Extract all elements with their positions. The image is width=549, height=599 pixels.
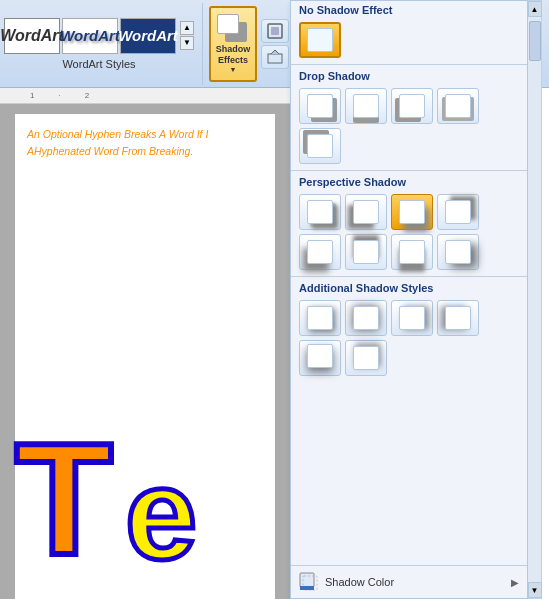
- perspective-shadow-item-4[interactable]: [437, 194, 479, 230]
- drop-shadow-item-2[interactable]: [345, 88, 387, 124]
- add-preview-5: [307, 344, 333, 368]
- svg-rect-15: [300, 573, 314, 587]
- wordart-display: T e: [10, 379, 250, 579]
- drop-shadow-preview-1: [307, 94, 333, 118]
- additional-shadow-grid: [291, 297, 527, 379]
- wordart-sample-1[interactable]: WordArt: [4, 18, 60, 54]
- drop-shadow-preview-4: [445, 94, 471, 118]
- drop-shadow-preview-3: [399, 94, 425, 118]
- persp-preview-6: [353, 240, 379, 264]
- persp-preview-7: [399, 240, 425, 264]
- add-shadow-item-1[interactable]: [299, 300, 341, 336]
- drop-shadow-item-3[interactable]: [391, 88, 433, 124]
- drop-shadow-preview-2: [353, 94, 379, 118]
- persp-preview-3: [399, 200, 425, 224]
- no-shadow-preview: [307, 28, 333, 52]
- wordart-scroll-down[interactable]: ▼: [180, 36, 194, 50]
- persp-preview-2: [353, 200, 379, 224]
- svg-rect-1: [271, 27, 279, 35]
- panel-content: No Shadow Effect Drop Shadow: [290, 0, 528, 599]
- add-shadow-item-5[interactable]: [299, 340, 341, 376]
- shadow-effects-panel: No Shadow Effect Drop Shadow: [290, 0, 542, 599]
- shadow-color-label: Shadow Color: [325, 576, 511, 588]
- shadow-effects-button[interactable]: ShadowEffects ▼: [209, 6, 257, 82]
- perspective-shadow-item-2[interactable]: [345, 194, 387, 230]
- shadow-effects-label: ShadowEffects: [216, 44, 251, 66]
- add-preview-1: [307, 306, 333, 330]
- drop-shadow-item-5[interactable]: [299, 128, 341, 164]
- ruler: 1 · 2: [0, 88, 293, 104]
- ribbon-btn-1[interactable]: [261, 19, 289, 43]
- persp-preview-1: [307, 200, 333, 224]
- drop-shadow-item-1[interactable]: [299, 88, 341, 124]
- panel-scrollbar: ▲ ▼: [528, 0, 542, 599]
- ribbon-icon-1: [266, 22, 284, 40]
- wordart-char-T: T: [15, 419, 113, 579]
- wordart-styles-group: WordArt WordArt WordArt ▲ ▼ WordArt Styl…: [4, 3, 203, 85]
- perspective-shadow-item-6[interactable]: [345, 234, 387, 270]
- shadow-color-row[interactable]: Shadow Color ▶: [291, 565, 527, 598]
- drop-shadow-title: Drop Shadow: [291, 65, 527, 85]
- shadow-color-arrow-icon: ▶: [511, 577, 519, 588]
- add-shadow-item-6[interactable]: [345, 340, 387, 376]
- add-shadow-item-2[interactable]: [345, 300, 387, 336]
- drop-shadow-preview-5: [307, 134, 333, 158]
- perspective-shadow-item-8[interactable]: [437, 234, 479, 270]
- add-shadow-item-4[interactable]: [437, 300, 479, 336]
- add-preview-2: [353, 306, 379, 330]
- shadow-effects-icon: [217, 14, 249, 42]
- perspective-shadow-item-7[interactable]: [391, 234, 433, 270]
- add-preview-3: [399, 306, 425, 330]
- ribbon-icon-4: [266, 48, 284, 66]
- drop-shadow-item-4[interactable]: [437, 88, 479, 124]
- wordart-styles-label: WordArt Styles: [62, 58, 135, 70]
- additional-shadow-title: Additional Shadow Styles: [291, 277, 527, 297]
- shadow-color-icon: [299, 572, 319, 592]
- ribbon-btn-4[interactable]: [261, 45, 289, 69]
- scrollbar-up-button[interactable]: ▲: [528, 1, 542, 17]
- add-shadow-item-3[interactable]: [391, 300, 433, 336]
- perspective-shadow-item-1[interactable]: [299, 194, 341, 230]
- no-shadow-title: No Shadow Effect: [291, 1, 527, 19]
- perspective-shadow-title: Perspective Shadow: [291, 171, 527, 191]
- perspective-shadow-grid: [291, 191, 527, 277]
- drop-shadow-grid: [291, 85, 527, 171]
- persp-preview-8: [445, 240, 471, 264]
- doc-line-1: An Optional Hyphen Breaks A Word If I: [27, 126, 263, 143]
- doc-line-2: AHyphenated Word From Breaking.: [27, 143, 263, 160]
- scrollbar-thumb[interactable]: [529, 21, 541, 61]
- svg-rect-5: [268, 54, 282, 63]
- wordart-sample-3[interactable]: WordArt: [120, 18, 176, 54]
- no-shadow-item[interactable]: [299, 22, 341, 58]
- shadow-effects-dropdown-arrow: ▼: [230, 66, 237, 73]
- wordart-scroll-up[interactable]: ▲: [180, 21, 194, 35]
- document-text: An Optional Hyphen Breaks A Word If I AH…: [27, 126, 263, 160]
- add-preview-6: [353, 346, 379, 370]
- scrollbar-down-button[interactable]: ▼: [528, 582, 542, 598]
- perspective-shadow-item-5[interactable]: [299, 234, 341, 270]
- wordart-samples: WordArt WordArt WordArt ▲ ▼: [4, 18, 194, 54]
- persp-preview-5: [307, 240, 333, 264]
- wordart-char-e: e: [125, 449, 197, 579]
- svg-rect-17: [300, 586, 314, 590]
- wordart-scroll-buttons: ▲ ▼: [180, 21, 194, 50]
- no-shadow-grid: [291, 19, 527, 65]
- perspective-shadow-item-3[interactable]: [391, 194, 433, 230]
- wordart-sample-2[interactable]: WordArt: [62, 18, 118, 54]
- add-preview-4: [445, 306, 471, 330]
- persp-preview-4: [445, 200, 471, 224]
